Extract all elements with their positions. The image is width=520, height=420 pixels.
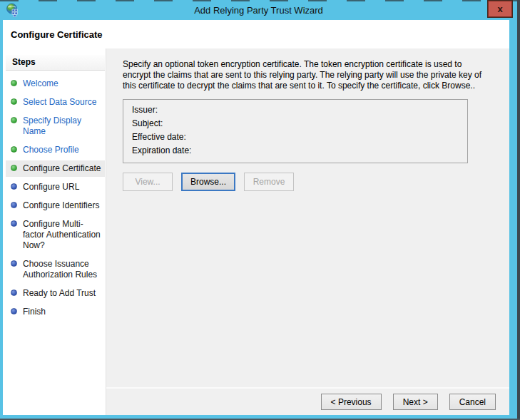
sidebar-step-ready-to-add-trust: Ready to Add Trust: [6, 285, 105, 302]
view-button: View...: [123, 173, 173, 191]
browse-button[interactable]: Browse...: [181, 173, 235, 191]
remove-button: Remove: [244, 173, 294, 191]
step-status-dot: [11, 80, 17, 86]
page-description: Specify an optional token encryption cer…: [123, 59, 485, 91]
sidebar-step-configure-multi-factor-authentication-now: Configure Multi-factor Authentication No…: [6, 216, 105, 254]
certificate-subject-label: Subject:: [132, 117, 459, 130]
step-status-dot: [11, 308, 17, 314]
content-pane: Specify an optional token encryption cer…: [106, 48, 509, 415]
certificate-effective-date-label: Effective date:: [132, 130, 459, 144]
step-status-dot: [11, 165, 17, 171]
step-status-dot: [11, 290, 17, 296]
step-label: Welcome: [23, 78, 58, 89]
sidebar-step-choose-issuance-authorization-rules: Choose Issuance Authorization Rules: [6, 256, 105, 283]
step-label: Configure URL: [23, 182, 79, 193]
step-status-dot: [11, 183, 17, 190]
wizard-footer: < Previous Next > Cancel: [106, 387, 509, 415]
sidebar-step-welcome[interactable]: Welcome: [6, 76, 105, 92]
step-label: Choose Profile: [23, 145, 79, 155]
step-status-dot: [11, 98, 17, 105]
sidebar-step-specify-display-name[interactable]: Specify Display Name: [6, 113, 105, 140]
step-label: Ready to Add Trust: [23, 288, 96, 299]
page-header: Configure Certificate: [3, 20, 509, 48]
step-label: Configure Multi-factor Authentication No…: [23, 219, 102, 251]
step-label: Finish: [23, 307, 46, 317]
sidebar-step-select-data-source[interactable]: Select Data Source: [6, 94, 105, 111]
sidebar-step-configure-identifiers: Configure Identifiers: [6, 198, 105, 214]
sidebar-step-finish: Finish: [6, 304, 105, 320]
close-icon[interactable]: x: [488, 1, 512, 17]
steps-list: WelcomeSelect Data SourceSpecify Display…: [6, 71, 105, 320]
titlebar: Add Relying Party Trust Wizard x: [0, 1, 517, 20]
certificate-details-box: Issuer: Subject: Effective date: Expirat…: [123, 99, 468, 163]
step-status-dot: [11, 146, 17, 153]
step-status-dot: [11, 202, 17, 208]
step-label: Choose Issuance Authorization Rules: [23, 259, 102, 280]
step-label: Select Data Source: [23, 97, 96, 108]
step-status-dot: [11, 220, 17, 227]
step-label: Specify Display Name: [23, 116, 102, 137]
cancel-button[interactable]: Cancel: [449, 394, 496, 410]
step-status-dot: [11, 117, 17, 123]
window-title: Add Relying Party Trust Wizard: [0, 5, 517, 16]
previous-button[interactable]: < Previous: [321, 394, 382, 410]
steps-heading: Steps: [6, 55, 105, 71]
certificate-issuer-label: Issuer:: [132, 103, 459, 117]
sidebar-step-choose-profile[interactable]: Choose Profile: [6, 142, 105, 158]
step-status-dot: [11, 260, 17, 267]
wizard-window: Add Relying Party Trust Wizard x Configu…: [0, 0, 520, 420]
step-label: Configure Identifiers: [23, 200, 99, 211]
certificate-expiration-date-label: Expiration date:: [132, 144, 459, 158]
wizard-dialog: Configure Certificate Steps WelcomeSelec…: [3, 20, 509, 415]
sidebar-step-configure-url: Configure URL: [6, 179, 105, 195]
page-title: Configure Certificate: [11, 29, 103, 40]
step-label: Configure Certificate: [23, 163, 101, 174]
next-button[interactable]: Next >: [393, 394, 438, 410]
steps-sidebar: Steps WelcomeSelect Data SourceSpecify D…: [3, 48, 106, 415]
sidebar-step-configure-certificate: Configure Certificate: [6, 160, 105, 177]
window-edge-right: [517, 0, 520, 420]
